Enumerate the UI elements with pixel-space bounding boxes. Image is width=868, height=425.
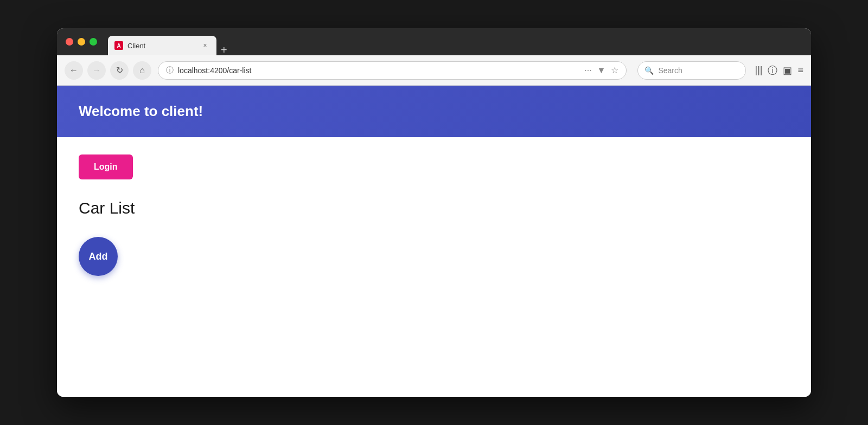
tab-close-button[interactable]: × <box>200 41 210 50</box>
sidebar-button[interactable]: ▣ <box>783 65 792 76</box>
app-header-title: Welcome to client! <box>79 103 789 120</box>
traffic-lights <box>66 38 97 46</box>
search-bar[interactable]: 🔍 Search <box>637 61 746 80</box>
tab-title: Client <box>127 42 196 50</box>
reload-button[interactable]: ↻ <box>110 61 129 80</box>
login-button[interactable]: Login <box>79 154 133 179</box>
tabs-area: A Client × + <box>104 28 802 55</box>
pocket-button[interactable]: ▼ <box>597 66 606 75</box>
app-header: Welcome to client! <box>57 86 811 137</box>
home-button[interactable]: ⌂ <box>133 61 151 80</box>
address-actions: ··· ▼ ☆ <box>584 65 618 75</box>
bookmark-button[interactable]: ☆ <box>611 65 618 75</box>
address-info-icon: ⓘ <box>166 66 174 75</box>
car-list-title: Car List <box>79 199 789 217</box>
browser-tab[interactable]: A Client × <box>108 36 216 55</box>
address-more-button[interactable]: ··· <box>584 66 591 75</box>
library-button[interactable]: ||| <box>755 65 762 76</box>
search-icon: 🔍 <box>644 66 654 75</box>
menu-button[interactable]: ≡ <box>797 65 803 76</box>
tab-favicon: A <box>114 41 123 50</box>
browser-actions: ||| ⓘ ▣ ≡ <box>755 64 803 77</box>
add-button[interactable]: Add <box>79 237 118 276</box>
search-placeholder-text: Search <box>658 66 682 75</box>
address-bar[interactable]: ⓘ localhost:4200/car-list ··· ▼ ☆ <box>158 61 627 80</box>
forward-button[interactable]: → <box>87 61 106 80</box>
maximize-window-button[interactable] <box>90 38 97 46</box>
address-text: localhost:4200/car-list <box>178 66 580 75</box>
page-body: Login Car List Add <box>57 137 811 293</box>
info-button[interactable]: ⓘ <box>768 64 777 77</box>
close-window-button[interactable] <box>66 38 73 46</box>
minimize-window-button[interactable] <box>78 38 85 46</box>
nav-bar: ← → ↻ ⌂ ⓘ localhost:4200/car-list ··· ▼ … <box>57 55 811 86</box>
title-bar: A Client × + <box>57 28 811 55</box>
new-tab-button[interactable]: + <box>221 44 227 55</box>
page-content: Welcome to client! Login Car List Add <box>57 86 811 397</box>
back-button[interactable]: ← <box>65 61 83 80</box>
browser-window: A Client × + ← → ↻ ⌂ ⓘ localhost:4200/ca… <box>57 28 811 397</box>
